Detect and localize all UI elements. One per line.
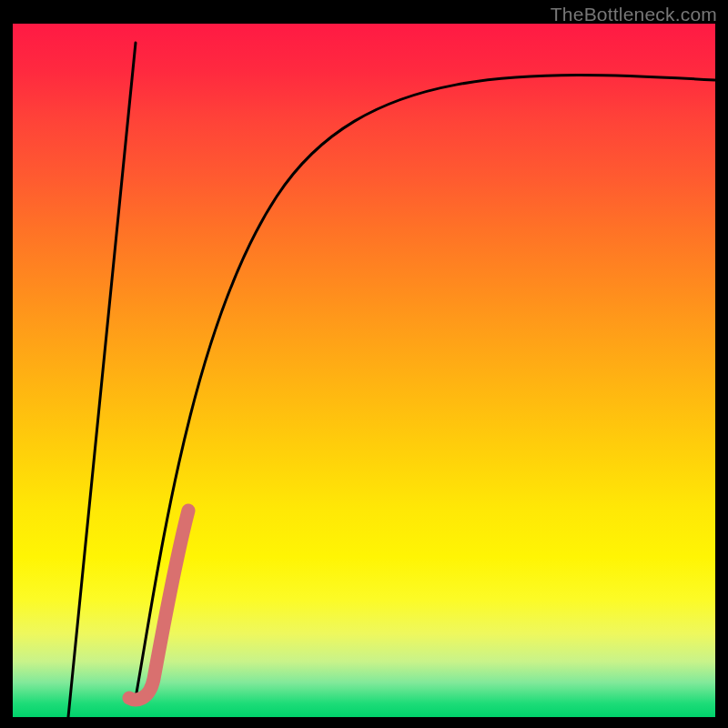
curve-right-segment: [136, 76, 715, 698]
chart-svg: [13, 24, 715, 717]
watermark-text: TheBottleneck.com: [551, 4, 717, 25]
curve-left-segment: [68, 43, 136, 717]
curve-highlight-segment: [129, 511, 188, 700]
chart-plot-area: [13, 24, 715, 717]
